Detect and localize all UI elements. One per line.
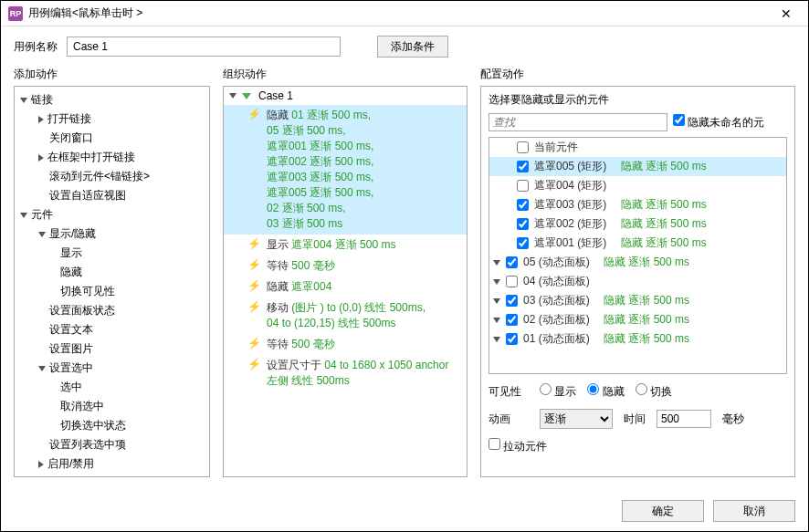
- list-item[interactable]: 遮罩002 (矩形) 隐藏 逐渐 500 ms: [489, 214, 786, 234]
- bolt-icon: ⚡: [247, 337, 261, 349]
- tree-item[interactable]: 设置选中: [15, 359, 209, 378]
- list-item[interactable]: 遮罩005 (矩形) 隐藏 逐渐 500 ms: [489, 157, 786, 176]
- tree-item[interactable]: 切换可见性: [15, 282, 209, 301]
- item-checkbox[interactable]: [506, 295, 518, 307]
- visibility-label: 可见性: [489, 384, 529, 400]
- chevron-down-icon: [493, 318, 500, 323]
- action-row[interactable]: ⚡显示 遮罩004 逐渐 500 ms: [224, 235, 467, 256]
- list-item[interactable]: 遮罩004 (矩形): [489, 176, 786, 195]
- app-logo: RP: [8, 6, 23, 21]
- item-checkbox[interactable]: [517, 199, 529, 211]
- hide-unnamed-checkbox[interactable]: 隐藏未命名的元: [673, 114, 764, 130]
- tree-item[interactable]: 显示: [15, 244, 209, 263]
- tree-item[interactable]: 打开链接: [15, 110, 209, 129]
- tree-item[interactable]: 设置文本: [15, 320, 209, 339]
- chevron-down-icon: [38, 366, 46, 371]
- chevron-down-icon: [493, 337, 500, 342]
- tree-item[interactable]: 取消选中: [15, 397, 209, 416]
- bolt-icon: ⚡: [247, 358, 261, 370]
- chevron-right-icon: [38, 461, 44, 468]
- list-item[interactable]: 02 (动态面板) 隐藏 逐渐 500 ms: [489, 310, 786, 329]
- tree-item[interactable]: 滚动到元件<锚链接>: [15, 167, 209, 186]
- tree-item[interactable]: 关闭窗口: [15, 129, 209, 148]
- case-row[interactable]: Case 1: [224, 87, 467, 105]
- chevron-right-icon: [38, 154, 44, 162]
- chevron-right-icon: [38, 116, 44, 123]
- close-icon[interactable]: ✕: [772, 5, 801, 23]
- radio-show[interactable]: 显示: [540, 383, 576, 400]
- window-title: 用例编辑<鼠标单击时 >: [28, 5, 142, 21]
- item-checkbox[interactable]: [506, 314, 518, 326]
- tree-item[interactable]: 设置列表选中项: [15, 435, 209, 454]
- bolt-icon: ⚡: [247, 279, 261, 292]
- add-condition-button[interactable]: 添加条件: [377, 36, 448, 57]
- item-checkbox[interactable]: [517, 218, 529, 230]
- tree-item[interactable]: 设置面板状态: [15, 301, 209, 320]
- item-checkbox[interactable]: [517, 180, 529, 192]
- case-name-label: 用例名称: [14, 39, 58, 55]
- chevron-down-icon: [493, 279, 500, 285]
- list-item[interactable]: 05 (动态面板) 隐藏 逐渐 500 ms: [489, 253, 786, 272]
- tree-item[interactable]: 切换选中状态: [15, 416, 209, 435]
- action-row[interactable]: ⚡等待 500 毫秒: [224, 256, 467, 276]
- tree-item[interactable]: 设置图片: [15, 339, 209, 359]
- time-input[interactable]: [657, 410, 711, 428]
- action-row[interactable]: ⚡移动 (图片 ) to (0,0) 线性 500ms, 04 to (120,…: [224, 297, 467, 334]
- chevron-down-icon: [229, 93, 236, 99]
- time-unit: 毫秒: [722, 412, 744, 427]
- action-row[interactable]: ⚡隐藏 01 逐渐 500 ms, 05 逐渐 500 ms, 遮罩001 逐渐…: [224, 105, 467, 235]
- anim-label: 动画: [489, 412, 529, 427]
- list-item[interactable]: 03 (动态面板) 隐藏 逐渐 500 ms: [489, 291, 786, 310]
- action-tree: 链接 打开链接 关闭窗口 在框架中打开链接 滚动到元件<锚链接> 设置自适应视图…: [15, 87, 209, 477]
- item-checkbox[interactable]: [506, 333, 518, 345]
- tree-group-links[interactable]: 链接: [15, 90, 209, 110]
- tree-group-widgets[interactable]: 元件: [15, 205, 209, 224]
- tree-item[interactable]: 显示/隐藏: [15, 224, 209, 244]
- bolt-icon: ⚡: [247, 300, 261, 313]
- item-checkbox[interactable]: [506, 256, 518, 268]
- action-row[interactable]: ⚡隐藏 遮罩004: [224, 276, 467, 297]
- col3-title: 配置动作: [480, 67, 795, 82]
- time-label: 时间: [624, 412, 646, 427]
- widget-list: 当前元件 遮罩005 (矩形) 隐藏 逐渐 500 ms 遮罩004 (矩形) …: [489, 137, 787, 374]
- bolt-icon: ⚡: [247, 108, 261, 120]
- case-name-input[interactable]: [67, 37, 341, 57]
- tree-item[interactable]: 移动: [15, 474, 209, 477]
- case-icon: [242, 93, 251, 99]
- col2-title: 组织动作: [223, 67, 468, 82]
- item-checkbox[interactable]: [517, 161, 529, 172]
- tree-item[interactable]: 启用/禁用: [15, 454, 209, 474]
- search-input[interactable]: [489, 113, 667, 131]
- item-checkbox[interactable]: [506, 276, 518, 287]
- list-item[interactable]: 遮罩003 (矩形) 隐藏 逐渐 500 ms: [489, 195, 786, 214]
- chevron-down-icon: [493, 260, 500, 266]
- cancel-button[interactable]: 取消: [713, 500, 795, 522]
- chevron-down-icon: [20, 213, 27, 218]
- radio-hide[interactable]: 隐藏: [587, 383, 624, 400]
- radio-toggle[interactable]: 切换: [636, 383, 672, 400]
- tree-item[interactable]: 设置自适应视图: [15, 186, 209, 205]
- list-item[interactable]: 当前元件: [489, 138, 786, 157]
- chevron-down-icon: [38, 232, 46, 237]
- pull-checkbox[interactable]: 拉动元件: [489, 438, 547, 454]
- case-label: Case 1: [258, 89, 293, 102]
- list-item[interactable]: 01 (动态面板) 隐藏 逐渐 500 ms: [489, 329, 786, 349]
- chevron-down-icon: [20, 98, 27, 103]
- item-checkbox[interactable]: [517, 237, 529, 249]
- list-item[interactable]: 遮罩001 (矩形) 隐藏 逐渐 500 ms: [489, 234, 786, 253]
- config-subtitle: 选择要隐藏或显示的元件: [481, 87, 794, 113]
- tree-item[interactable]: 隐藏: [15, 263, 209, 282]
- action-row[interactable]: ⚡设置尺寸于 04 to 1680 x 1050 anchor 左侧 线性 50…: [224, 355, 467, 391]
- col1-title: 添加动作: [14, 67, 210, 82]
- tree-item[interactable]: 在框架中打开链接: [15, 148, 209, 167]
- bolt-icon: ⚡: [247, 237, 261, 250]
- list-item[interactable]: 04 (动态面板): [489, 272, 786, 291]
- tree-item[interactable]: 选中: [15, 378, 209, 397]
- anim-select[interactable]: 逐渐: [540, 409, 613, 429]
- chevron-down-icon: [493, 298, 500, 304]
- bolt-icon: ⚡: [247, 258, 261, 271]
- item-checkbox[interactable]: [517, 141, 529, 153]
- ok-button[interactable]: 确定: [622, 500, 704, 522]
- action-row[interactable]: ⚡等待 500 毫秒: [224, 334, 467, 355]
